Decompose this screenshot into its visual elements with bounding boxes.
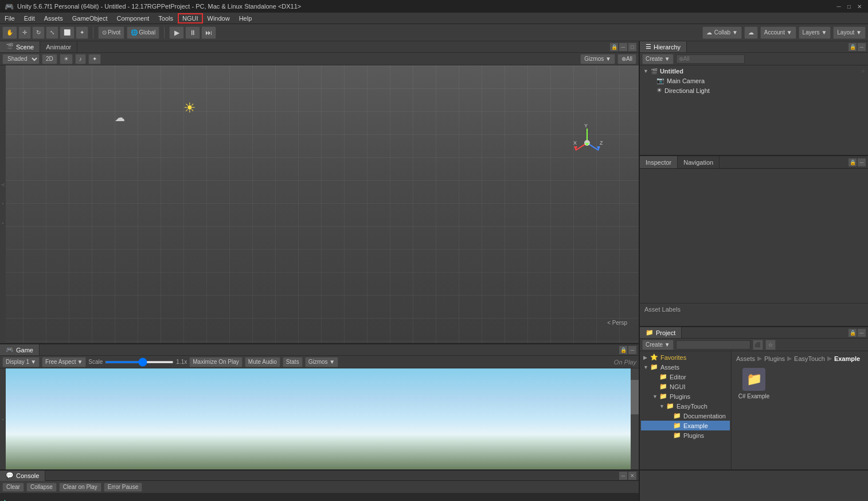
hierarchy-scene-root[interactable]: ▼ 🎬 Untitled ≡ (641, 67, 867, 76)
file-cs-example[interactable]: 📁 C# Example (734, 366, 774, 402)
tree-documentation[interactable]: ▶ 📁 Documentation (641, 411, 730, 421)
game-minimize-button[interactable]: ─ (628, 346, 636, 354)
file-grid: 📁 C# Example (734, 363, 866, 402)
collapse-button[interactable]: Collapse (26, 483, 57, 492)
tab-console[interactable]: 💬 Console (0, 471, 45, 481)
hierarchy-lock-button[interactable]: 🔒 (849, 43, 857, 51)
step-button[interactable]: ⏭ (201, 26, 216, 39)
console-close-button[interactable]: ✕ (628, 472, 636, 480)
display-dropdown[interactable]: Display 1 ▼ (2, 357, 40, 367)
layers-button[interactable]: Layers ▼ (799, 26, 831, 39)
game-gizmos-dropdown[interactable]: Gizmos ▼ (305, 357, 339, 367)
scene-lock-button[interactable]: 🔒 (610, 43, 618, 51)
play-button[interactable]: ▶ (169, 26, 184, 39)
stats-label: Stats (286, 359, 299, 365)
scale-tool[interactable]: ⤡ (46, 26, 58, 39)
menu-assets[interactable]: Assets (40, 14, 68, 23)
scene-minimize-button[interactable]: ─ (619, 43, 627, 51)
cloud-button[interactable]: ☁ (744, 26, 758, 39)
project-search-options[interactable]: ⬛ (753, 340, 763, 350)
hierarchy-main-camera[interactable]: ▶ 📷 Main Camera (641, 76, 867, 86)
2d-button[interactable]: 2D (42, 54, 57, 64)
transform-tool[interactable]: ✦ (76, 26, 88, 39)
tree-example[interactable]: ▶ 📁 Example (641, 421, 730, 430)
tree-favorites[interactable]: ▶ ⭐ Favorites (641, 352, 730, 362)
menu-gameobject[interactable]: GameObject (68, 14, 112, 23)
create-dropdown[interactable]: Create ▼ (642, 54, 674, 64)
layout-button[interactable]: Layout ▼ (833, 26, 866, 39)
tab-hierarchy[interactable]: ☰ Hierarchy (640, 41, 687, 52)
tab-animator[interactable]: Animator (40, 41, 77, 52)
move-tool[interactable]: ✛ (18, 26, 31, 39)
tree-inner-plugins[interactable]: ▶ 📁 Plugins (641, 430, 730, 440)
game-scrollbar[interactable] (631, 368, 639, 469)
clear-on-play-button[interactable]: Clear on Play (59, 483, 101, 492)
lighting-button[interactable]: ☀ (60, 54, 73, 64)
account-button[interactable]: Account ▼ (760, 26, 796, 39)
menu-tools[interactable]: Tools (154, 14, 178, 23)
game-scrollbar-thumb[interactable] (631, 380, 639, 414)
stats-button[interactable]: Stats (283, 357, 303, 367)
close-button[interactable]: ✕ (855, 2, 863, 10)
pivot-button[interactable]: ⊙ Pivot (98, 26, 124, 39)
tree-editor[interactable]: ▶ 📁 Editor (641, 372, 730, 382)
tab-game[interactable]: 🎮 Game (0, 344, 40, 355)
tab-inspector[interactable]: Inspector (640, 156, 678, 168)
collab-button[interactable]: ☁ Collab ▼ (702, 26, 742, 39)
hierarchy-directional-light[interactable]: ▶ ☀ Directional Light (641, 86, 867, 95)
gizmos-dropdown[interactable]: Gizmos ▼ (580, 54, 615, 64)
hand-tool[interactable]: ✋ (2, 26, 17, 39)
menu-component[interactable]: Component (112, 14, 154, 23)
clear-button[interactable]: Clear (2, 483, 24, 492)
maximize-button[interactable]: □ (845, 2, 853, 10)
project-minimize-button[interactable]: ─ (858, 329, 866, 337)
project-create-dropdown[interactable]: Create ▼ (642, 340, 674, 350)
menu-help[interactable]: Help (234, 14, 257, 23)
left-panels: 🎬 Scene Animator 🔒 ─ □ Shaded (0, 41, 639, 469)
project-lock-button[interactable]: 🔒 (849, 329, 857, 337)
shaded-dropdown[interactable]: Shaded (2, 54, 40, 64)
rect-tool[interactable]: ⬜ (60, 26, 75, 39)
hierarchy-minimize-button[interactable]: ─ (858, 43, 866, 51)
inspector-nav-tabs: Inspector Navigation 🔒 ─ (640, 156, 868, 169)
easytouch-arrow: ▼ (659, 403, 664, 409)
audio-button[interactable]: ♪ (75, 54, 86, 64)
tab-scene[interactable]: 🎬 Scene (0, 41, 40, 52)
easytouch-label: EasyTouch (677, 403, 707, 410)
console-minimize-button[interactable]: ─ (619, 472, 627, 480)
tree-assets[interactable]: ▼ 📁 Assets (641, 362, 730, 372)
console-tabs: 💬 Console ─ ✕ (0, 471, 639, 481)
inspector-lock-button[interactable]: 🔒 (849, 158, 857, 166)
console-controls: ─ ✕ (619, 472, 639, 480)
breadcrumb-assets: Assets (736, 355, 755, 362)
menu-ngui[interactable]: NGUI (178, 13, 203, 24)
menu-window[interactable]: Window (203, 14, 234, 23)
scene-maximize-button[interactable]: □ (628, 43, 636, 51)
game-tabs: 🎮 Game 🔒 ─ (0, 344, 639, 356)
rotate-tool[interactable]: ↻ (32, 26, 45, 39)
all-button[interactable]: ⊕All (617, 54, 636, 64)
effects-button[interactable]: ✦ (88, 54, 101, 64)
menu-file[interactable]: File (0, 14, 19, 23)
tab-navigation[interactable]: Navigation (678, 156, 720, 168)
menu-edit[interactable]: Edit (19, 14, 40, 23)
mute-audio-button[interactable]: Mute Audio (245, 357, 280, 367)
tab-project[interactable]: 📁 Project (640, 327, 682, 338)
aspect-dropdown[interactable]: Free Aspect ▼ (42, 357, 86, 367)
global-button[interactable]: 🌐 Global (127, 26, 159, 39)
project-search[interactable] (676, 340, 750, 349)
tree-plugins[interactable]: ▼ 📁 Plugins (641, 391, 730, 401)
inspector-minimize-button[interactable]: ─ (858, 158, 866, 166)
game-lock-button[interactable]: 🔒 (619, 346, 627, 354)
doc-folder-icon: 📁 (673, 412, 681, 420)
error-pause-button[interactable]: Error Pause (104, 483, 142, 492)
hierarchy-search[interactable] (676, 55, 745, 64)
pause-button[interactable]: ⏸ (185, 26, 200, 39)
console-toolbar: Clear Collapse Clear on Play Error Pause (0, 481, 639, 494)
tree-easytouch[interactable]: ▼ 📁 EasyTouch (641, 401, 730, 411)
tree-ngui[interactable]: ▶ 📁 NGUI (641, 382, 730, 391)
scale-slider[interactable] (105, 361, 174, 363)
maximize-on-play-button[interactable]: Maximize On Play (189, 357, 243, 367)
project-star-button[interactable]: ☆ (765, 340, 776, 350)
minimize-button[interactable]: ─ (835, 2, 843, 10)
